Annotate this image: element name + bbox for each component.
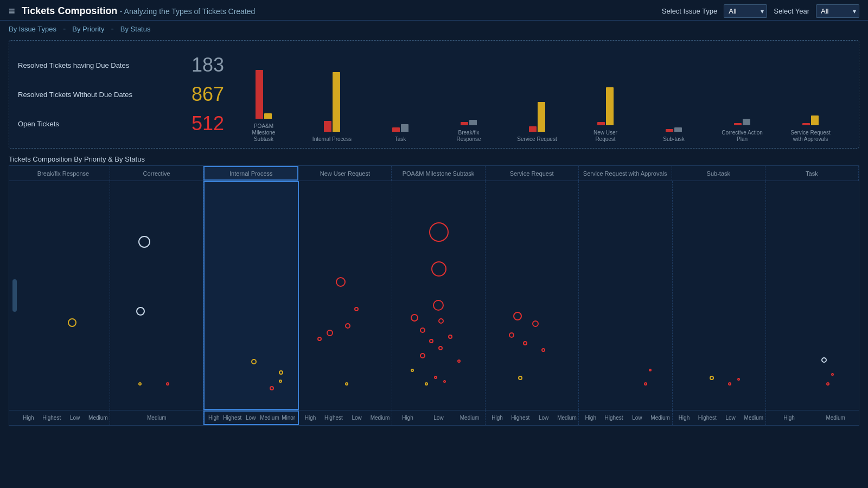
bubble-corrective-2: [136, 307, 145, 316]
footer-label-sra-low: Low: [626, 410, 649, 425]
footer-col-breakfix: High Highest Low Medium: [17, 410, 110, 425]
col-label-task: Task: [765, 166, 859, 181]
stat-value-without-due-dates: 867: [170, 83, 224, 106]
bubble-service-3: [509, 332, 514, 338]
bar-internal-yellow: [333, 72, 340, 132]
bubble-internal-2: [270, 386, 274, 390]
bubble-service-1: [513, 312, 522, 320]
scatter-col-breakfix: [17, 181, 110, 410]
bubble-subtask-1: [710, 376, 714, 380]
footer-label-st-low: Low: [719, 410, 742, 425]
footer-label-p-low: Low: [423, 410, 454, 425]
bubble-poam-10: [420, 353, 425, 358]
bubble-internal-4: [279, 380, 282, 383]
scatter-col-service-approvals: [579, 181, 672, 410]
bubble-poam-3: [433, 300, 444, 311]
bubble-poam-2: [431, 261, 446, 277]
bubble-poam-12: [411, 369, 414, 372]
footer-label-c-medium: Medium: [110, 410, 203, 425]
footer-label-nu-highest: Highest: [322, 410, 345, 425]
stat-label-due-dates: Resolved Tickets having Due Dates: [18, 61, 159, 69]
page-subtitle: - Analyzing the Types of Tickets Created: [120, 7, 256, 16]
scatter-col-corrective: [110, 181, 203, 410]
tab-by-status[interactable]: By Status: [120, 25, 151, 33]
footer-label-st-medium: Medium: [742, 410, 765, 425]
scatter-footer: High Highest Low Medium Medium High High…: [9, 410, 859, 425]
bubble-task-1: [821, 357, 827, 363]
tab-by-issue-types[interactable]: By Issue Types: [9, 25, 56, 33]
stat-row-open: Open Tickets 512: [18, 112, 224, 135]
stat-row-due-dates: Resolved Tickets having Due Dates 183: [18, 54, 224, 76]
bar-service-red: [529, 126, 537, 132]
col-label-subtask: Sub-task: [672, 166, 765, 181]
bubble-task-2: [826, 382, 829, 386]
footer-label-bf-low: Low: [63, 410, 87, 425]
issue-type-select[interactable]: All: [724, 4, 767, 18]
col-label-newuser: New User Request: [298, 166, 392, 181]
bar-subtask-gray: [674, 127, 682, 132]
bubble-task-3: [831, 373, 834, 376]
chart-label-newuser: New User Request: [584, 130, 627, 143]
bubble-newuser-1: [336, 277, 346, 287]
bubble-corrective-4: [138, 382, 142, 386]
footer-label-sra-highest: Highest: [602, 410, 626, 425]
footer-label-nu-medium: Medium: [368, 410, 392, 425]
chart-label-corrective: Corrective ActionPlan: [722, 130, 763, 143]
bar-corrective-gray: [743, 119, 750, 125]
bar-breakfix-gray: [469, 120, 477, 125]
chart-col-breakfix: Break/fix Response: [435, 46, 503, 143]
section-title-text: Tickets Composition By Priority & By Sta…: [9, 155, 145, 163]
col-label-service-approvals: Service Request with Approvals: [579, 166, 672, 181]
footer-label-ip-medium: Medium: [260, 412, 279, 424]
bubble-poam-6: [420, 328, 425, 333]
footer-col-sra: High Highest Low Medium: [579, 410, 672, 425]
bubble-service-2: [532, 320, 539, 327]
footer-label-bf-highest: Highest: [40, 410, 63, 425]
summary-stats: Resolved Tickets having Due Dates 183 Re…: [18, 54, 224, 135]
stat-value-due-dates: 183: [170, 54, 224, 76]
footer-label-sr-high: High: [486, 410, 509, 425]
footer-label-ip-minor: Minor: [279, 412, 298, 424]
chart-label-breakfix: Break/fix Response: [447, 130, 490, 143]
footer-label-sr-low: Low: [532, 410, 556, 425]
bar-service-approvals-yellow: [811, 115, 819, 125]
chart-col-subtask: Sub-task: [640, 46, 708, 143]
bubble-breakfix-1: [68, 318, 76, 327]
bar-corrective-red: [734, 123, 742, 125]
chart-label-service: Service Request: [517, 136, 557, 143]
chart-label-subtask: Sub-task: [663, 136, 684, 143]
bubble-poam-7: [448, 335, 452, 339]
footer-label-sr-highest: Highest: [509, 410, 532, 425]
bar-task-gray: [401, 124, 409, 132]
bar-subtask-red: [666, 129, 673, 132]
scatter-col-subtask-chart: [673, 181, 766, 410]
footer-label-st-highest: Highest: [695, 410, 719, 425]
bubble-service-5: [541, 348, 545, 352]
footer-label-ip-low: Low: [241, 412, 260, 424]
bubble-poam-8: [429, 339, 433, 343]
footer-label-sra-high: High: [579, 410, 602, 425]
nav-tabs: By Issue Types - By Priority - By Status: [0, 21, 868, 37]
bubble-sra-1: [644, 382, 647, 386]
footer-label-st-high: High: [673, 410, 696, 425]
bubble-newuser-3: [345, 323, 350, 329]
chart-col-service-approvals: Service Requestwith Approvals: [776, 46, 845, 143]
bar-internal-red: [324, 121, 331, 132]
nav-sep-1: -: [63, 24, 66, 34]
footer-label-t-medium: Medium: [812, 410, 859, 425]
bubble-corrective-3: [166, 382, 169, 386]
chart-col-service: Service Request: [503, 46, 571, 143]
col-label-poam: POA&M Milestone Subtask: [392, 166, 485, 181]
tab-by-priority[interactable]: By Priority: [72, 25, 104, 33]
scatter-col-task-chart: [766, 181, 859, 410]
scatter-col-newuser: [299, 181, 392, 410]
year-select[interactable]: All: [816, 4, 859, 18]
bubble-newuser-2: [354, 307, 359, 311]
bubble-service-6: [518, 376, 522, 380]
chart-label-internal: Internal Process: [312, 136, 352, 143]
menu-icon[interactable]: ≡: [9, 5, 15, 17]
stat-row-without-due-dates: Resolved Tickets Without Due Dates 867: [18, 83, 224, 106]
bubble-corrective-1: [138, 236, 150, 248]
footer-label-nu-high: High: [299, 410, 322, 425]
col-label-breakfix: Break/fix Response: [17, 166, 110, 181]
